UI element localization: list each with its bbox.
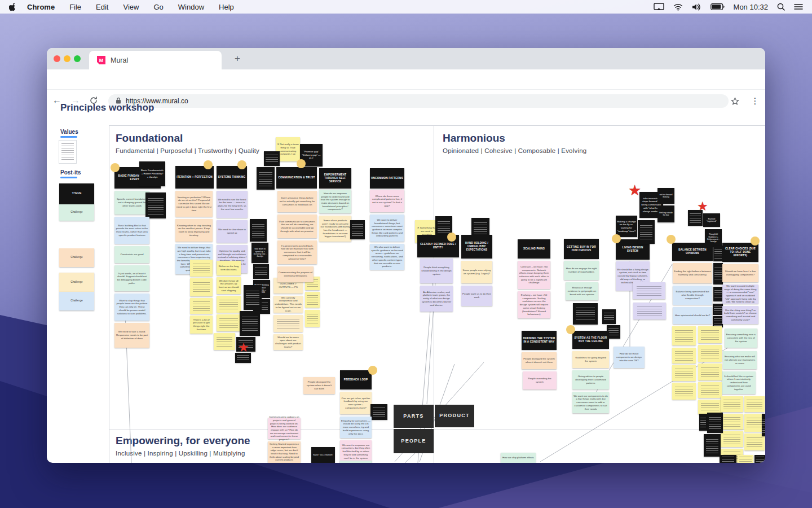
theme-note[interactable]: DEFINING THE SYSTEM IN A CONSISTENT WAY <box>522 331 557 350</box>
sticky-note[interactable] <box>633 282 665 299</box>
postit-template-challenge[interactable]: Challenge <box>59 273 94 292</box>
sticky-note[interactable] <box>145 192 166 218</box>
sticky-note[interactable]: Communicating updates on projects and ge… <box>268 418 301 439</box>
sticky-note[interactable]: Some of our products aren't ready to con… <box>319 216 351 242</box>
sticky-note[interactable]: It just works, or at least it should. Su… <box>114 265 149 291</box>
amber-dot-marker[interactable] <box>612 234 621 243</box>
sticky-note[interactable]: Some people over relying on system (e.g.… <box>461 261 492 283</box>
amber-dot-marker[interactable] <box>237 160 246 169</box>
sticky-note[interactable] <box>721 431 743 447</box>
theme-note[interactable]: UNCOMMON PATTERNS <box>370 168 404 189</box>
sticky-note[interactable]: Iterating vs perfection? Where do we sit… <box>175 191 213 217</box>
active-app-name[interactable]: Chrome <box>27 3 55 11</box>
sticky-note[interactable]: Guidelines for going beyond the system <box>572 351 609 368</box>
sticky-note[interactable] <box>744 396 765 412</box>
sticky-note[interactable] <box>638 220 655 244</box>
amber-dot-marker[interactable] <box>204 160 213 169</box>
theme-note[interactable]: COMMUNICATION & TRUST <box>276 167 317 189</box>
menu-file[interactable]: File <box>69 3 81 11</box>
sticky-note[interactable] <box>698 345 722 362</box>
category-box-people[interactable]: PEOPLE <box>394 429 434 453</box>
theme-note[interactable]: SYSTEM AS THE FLOOR NOT THE CEILING <box>572 331 609 349</box>
sticky-note[interactable] <box>264 151 280 166</box>
sticky-note[interactable] <box>257 167 275 190</box>
menu-window[interactable]: Window <box>178 3 204 11</box>
sticky-note[interactable]: Giving advice to people developing their… <box>572 370 609 389</box>
theme-note[interactable]: CLEAR CHOICES (DUE TO HALF-DONE EFFORTS) <box>722 243 758 262</box>
sticky-note[interactable]: Making a change on the fly vs. waiting f… <box>616 216 637 237</box>
sticky-note[interactable]: We need to see the forest for the trees … <box>217 191 248 218</box>
sticky-note[interactable]: Should we be more open about our challen… <box>273 334 303 350</box>
sticky-note[interactable]: Evolving – we have >50 components. Scali… <box>518 291 550 318</box>
sticky-note[interactable] <box>672 365 696 381</box>
sticky-note[interactable]: Specific current foundations not a dumpi… <box>114 191 149 214</box>
sticky-note[interactable] <box>713 304 723 315</box>
sticky-note[interactable] <box>190 260 213 277</box>
sticky-note[interactable]: Should we have less / a few overlapping … <box>722 264 758 282</box>
spotlight-search-icon[interactable] <box>777 3 785 11</box>
sticky-note[interactable]: It should feel like a system where I can… <box>722 371 756 394</box>
sticky-note[interactable] <box>762 414 765 436</box>
sticky-note[interactable] <box>633 303 666 319</box>
sticky-note[interactable]: favor “co-creation” <box>311 447 335 463</box>
sticky-note[interactable] <box>720 455 736 463</box>
sticky-note[interactable] <box>721 414 743 430</box>
wifi-icon[interactable] <box>673 3 683 11</box>
sticky-note[interactable]: Balance being opinionated but also flexi… <box>673 286 712 305</box>
sticky-note[interactable]: Getting Started experience is more impor… <box>268 441 301 463</box>
sticky-note[interactable]: Example “registered” <box>703 213 720 227</box>
control-center-icon[interactable] <box>794 3 803 10</box>
sticky-note[interactable]: Constraints are good <box>114 246 149 263</box>
sticky-note[interactable] <box>250 219 267 242</box>
sticky-note[interactable] <box>713 316 723 327</box>
amber-dot-marker[interactable] <box>667 235 676 244</box>
category-box-parts[interactable]: PARTS <box>394 405 434 428</box>
sticky-note[interactable] <box>217 314 241 331</box>
sticky-note[interactable] <box>305 292 320 308</box>
sticky-note[interactable]: People want us to do their work <box>461 286 492 306</box>
postit-template-theme[interactable]: THEME <box>59 183 94 204</box>
sticky-note[interactable]: Showcase enough evidence to get people o… <box>566 282 598 300</box>
sticky-note[interactable] <box>602 309 616 324</box>
sticky-note[interactable] <box>190 298 213 314</box>
theme-note[interactable]: GETTING BUY-IN FOR OUR CHOICES <box>564 239 599 259</box>
sticky-note[interactable] <box>350 220 365 239</box>
menu-bar-clock[interactable]: Mon 10:32 <box>734 3 768 11</box>
sticky-note[interactable] <box>672 348 696 364</box>
sticky-note[interactable]: Ensuring what we make will not alienate … <box>723 351 757 369</box>
postit-template-challenge[interactable]: Challenge <box>59 204 94 221</box>
sticky-note[interactable] <box>214 333 235 350</box>
sticky-note[interactable]: How do we move components we design into… <box>614 347 645 368</box>
sticky-note[interactable]: We want our components to do a few thing… <box>572 392 609 413</box>
theme-note[interactable]: EMPOWERMENT THROUGH SELF SERVICE <box>319 168 351 189</box>
amber-dot-marker[interactable] <box>111 163 120 172</box>
sticky-note[interactable]: There's a lot of pressure to get things … <box>190 316 213 334</box>
sticky-note[interactable] <box>573 303 598 325</box>
sticky-note[interactable] <box>698 326 722 343</box>
sticky-note[interactable] <box>754 455 765 463</box>
sticky-note[interactable]: How do we empower people to understand a… <box>319 190 351 213</box>
sticky-note[interactable] <box>305 310 320 327</box>
sticky-note[interactable]: Finding the right balance between harmon… <box>673 263 712 283</box>
sticky-note[interactable] <box>698 364 722 380</box>
sticky-note[interactable]: Basic Fundamentals + Robert Flexibility?… <box>139 161 165 186</box>
sticky-note[interactable]: Communicating the purpose of intentional… <box>277 266 314 282</box>
postit-template-challenge[interactable]: Challenge <box>59 292 94 310</box>
sticky-note[interactable] <box>713 246 723 261</box>
sticky-note[interactable] <box>244 285 262 310</box>
sticky-note[interactable]: If we communicate to consumers that we w… <box>277 214 317 238</box>
menu-go[interactable]: Go <box>153 3 163 11</box>
sticky-note[interactable] <box>340 461 372 463</box>
red-star-marker[interactable]: ★ <box>628 183 641 198</box>
menu-edit[interactable]: Edit <box>96 3 108 11</box>
sticky-note[interactable]: People think everything should belong in… <box>420 259 453 283</box>
theme-note[interactable]: ITERATION + PERFECTION <box>175 166 214 189</box>
red-star-marker[interactable]: ★ <box>697 200 708 213</box>
sticky-note[interactable] <box>240 311 260 336</box>
sticky-note[interactable] <box>370 404 387 420</box>
sticky-note[interactable]: slow down to speed up > revisiting now -… <box>251 243 268 263</box>
sticky-note[interactable]: We don't know all the answers up front s… <box>217 277 241 294</box>
sticky-note[interactable] <box>273 315 303 332</box>
sticky-note[interactable] <box>253 264 269 279</box>
sticky-note[interactable]: Refine on the long term decisions <box>217 261 241 275</box>
